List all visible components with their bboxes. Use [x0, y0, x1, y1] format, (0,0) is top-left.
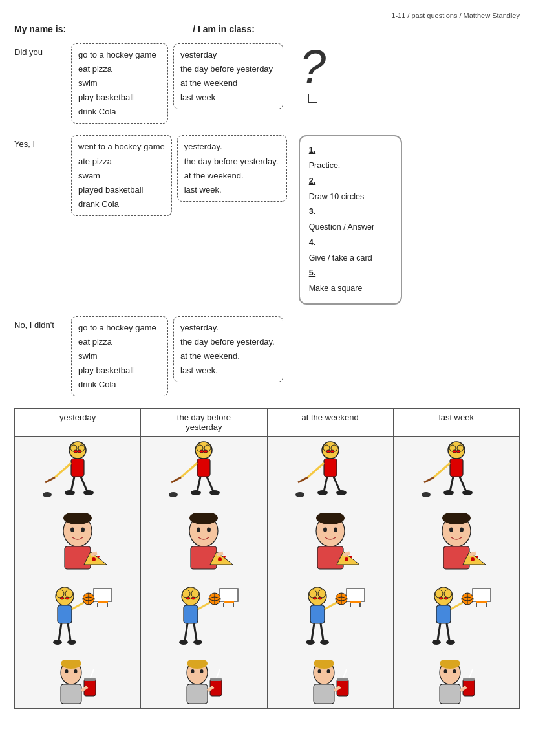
- cell-day-before: [141, 437, 267, 709]
- svg-point-76: [191, 590, 199, 598]
- svg-line-128: [312, 623, 314, 640]
- svg-point-67: [218, 557, 222, 561]
- svg-point-100: [330, 450, 334, 453]
- svg-line-142: [343, 669, 347, 678]
- svg-point-41: [65, 669, 69, 673]
- svg-point-28: [65, 590, 73, 598]
- svg-rect-139: [314, 684, 334, 704]
- svg-line-10: [55, 463, 71, 477]
- no-section: No, I didn't go to a hockey game eat piz…: [14, 316, 520, 396]
- svg-rect-17: [65, 546, 91, 569]
- col-last-week: last week: [393, 409, 519, 437]
- name-underline: [71, 23, 187, 34]
- svg-line-103: [334, 477, 340, 491]
- step-5-text: Make a square: [309, 281, 392, 297]
- name-line: My name is: / I am in class:: [14, 23, 520, 34]
- pizza-svg-4: [414, 513, 498, 581]
- svg-point-185: [443, 669, 447, 673]
- svg-point-138: [326, 669, 330, 673]
- pizza-svg-1: [36, 513, 120, 581]
- svg-point-77: [186, 597, 190, 599]
- svg-point-174: [444, 597, 448, 599]
- cell-yesterday: [15, 437, 141, 709]
- svg-rect-73: [233, 603, 234, 607]
- svg-point-115: [345, 557, 348, 561]
- did-you-times: yesterday the day before yesterday at th…: [173, 43, 283, 109]
- step-1-num: 1.: [309, 146, 315, 155]
- svg-rect-71: [224, 601, 234, 603]
- svg-rect-118: [347, 589, 365, 601]
- basketball-svg-2: [162, 582, 246, 660]
- svg-point-19: [92, 557, 96, 561]
- svg-line-80: [185, 623, 187, 640]
- question-mark-icon: ?: [300, 43, 326, 90]
- pizza-cartoon-3: [268, 511, 393, 582]
- step-2-num: 2.: [309, 177, 315, 186]
- svg-point-173: [439, 597, 443, 599]
- svg-point-27: [56, 590, 64, 598]
- col-day-before: the day beforeyesterday: [141, 409, 267, 437]
- svg-point-164: [476, 556, 478, 558]
- pizza-svg-3: [288, 513, 372, 581]
- svg-rect-43: [61, 684, 81, 704]
- did-you-section: Did you go to a hockey game eat pizza sw…: [14, 43, 520, 124]
- basketball-cartoon-2: [141, 582, 266, 660]
- svg-line-107: [298, 477, 308, 482]
- svg-rect-72: [223, 603, 224, 607]
- pizza-cartoon-1: [15, 511, 140, 582]
- svg-rect-166: [473, 589, 491, 601]
- svg-rect-70: [220, 589, 238, 601]
- cell-weekend-inner: [268, 437, 393, 708]
- svg-line-151: [460, 477, 466, 491]
- cell-day-before-inner: [141, 437, 266, 708]
- svg-rect-175: [436, 605, 451, 623]
- svg-point-126: [318, 597, 322, 599]
- col-weekend: at the weekend: [267, 409, 393, 437]
- basketball-cartoon-4: [394, 582, 519, 660]
- hockey-cartoon-4: [394, 437, 519, 511]
- svg-line-58: [181, 463, 197, 477]
- svg-line-21: [91, 553, 97, 555]
- cola-svg-1: [36, 660, 120, 708]
- no-times: yesterday. the day before yesterday. at …: [173, 316, 283, 382]
- cell-weekend: [267, 437, 393, 709]
- svg-point-34: [53, 640, 62, 645]
- svg-line-81: [194, 623, 197, 640]
- svg-point-90: [200, 669, 204, 673]
- svg-point-12: [43, 492, 52, 497]
- hockey-svg-1: [36, 438, 120, 510]
- svg-point-171: [435, 590, 443, 598]
- svg-rect-24: [97, 603, 98, 607]
- basketball-svg-4: [414, 582, 498, 660]
- svg-line-7: [81, 477, 87, 491]
- pizza-cartoon-2: [141, 511, 266, 582]
- svg-point-178: [432, 640, 441, 645]
- svg-rect-149: [450, 459, 463, 477]
- svg-point-124: [318, 590, 326, 598]
- svg-rect-120: [350, 603, 351, 607]
- checkbox[interactable]: [308, 94, 317, 103]
- svg-rect-53: [197, 459, 210, 477]
- did-you-label: Did you: [14, 43, 66, 57]
- svg-line-32: [59, 623, 61, 640]
- hockey-svg-4: [414, 438, 498, 510]
- svg-rect-22: [94, 589, 112, 601]
- basketball-svg-3: [288, 582, 372, 660]
- name-label: My name is:: [14, 24, 66, 34]
- svg-line-59: [171, 477, 181, 482]
- svg-line-190: [469, 669, 473, 678]
- cola-cartoon-2: [141, 660, 266, 708]
- basketball-svg-1: [36, 582, 120, 660]
- svg-point-42: [74, 669, 78, 673]
- svg-point-153: [462, 490, 473, 495]
- svg-line-129: [321, 623, 323, 640]
- svg-point-83: [193, 640, 202, 645]
- cola-cartoon-1: [15, 660, 140, 708]
- cola-svg-2: [162, 660, 246, 708]
- svg-point-116: [350, 556, 352, 558]
- svg-point-123: [309, 590, 317, 598]
- no-label: No, I didn't: [14, 316, 66, 330]
- svg-point-172: [444, 590, 452, 598]
- svg-line-155: [424, 477, 434, 482]
- svg-point-56: [191, 490, 201, 495]
